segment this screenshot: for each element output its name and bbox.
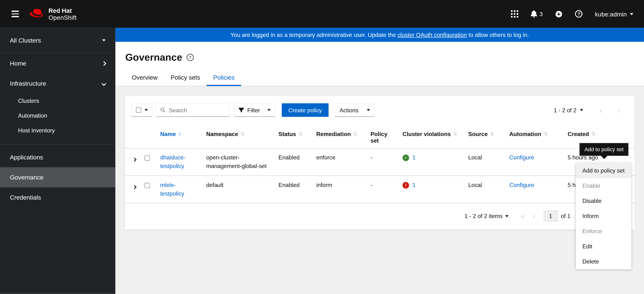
- sidebar-item-clusters[interactable]: Clusters: [0, 94, 116, 108]
- sort-icon: ⇅: [298, 131, 303, 137]
- policy-name-link[interactable]: dhaiduce-testpolicy: [160, 154, 186, 169]
- column-header-created[interactable]: Created ⇅: [561, 127, 635, 142]
- sidebar-item-home[interactable]: Home: [0, 53, 116, 73]
- sidebar-item-infrastructure[interactable]: Infrastructure: [0, 73, 116, 94]
- sidebar-item-applications[interactable]: Applications: [0, 147, 116, 167]
- status-cell: Enabled: [278, 148, 316, 167]
- tab-policies[interactable]: Policies: [207, 70, 241, 86]
- compliant-check-icon: ✓: [402, 154, 409, 161]
- user-menu-button[interactable]: kube:admin: [595, 10, 634, 17]
- sidebar-item-label: Credentials: [10, 194, 41, 201]
- violations-count-link[interactable]: 1: [412, 181, 416, 189]
- sidebar-item-credentials[interactable]: Credentials: [0, 187, 116, 207]
- caret-down-icon[interactable]: [580, 109, 583, 111]
- status-cell: Enabled: [278, 176, 316, 194]
- caret-down-icon: [630, 13, 634, 15]
- menu-item-edit[interactable]: Edit: [576, 239, 631, 254]
- redhat-openshift-logo[interactable]: Red Hat OpenShift: [30, 7, 77, 21]
- search-input[interactable]: [169, 107, 226, 113]
- username: kube:admin: [595, 10, 627, 17]
- page-number-input[interactable]: [544, 211, 558, 221]
- add-button[interactable]: [555, 10, 563, 18]
- caret-down-icon: [102, 39, 106, 41]
- column-header-cluster-violations[interactable]: Cluster violations ⇅: [402, 127, 468, 142]
- oauth-config-link[interactable]: cluster OAuth configuration: [398, 32, 467, 38]
- configure-automation-link[interactable]: Configure: [509, 181, 534, 188]
- menu-item-enforce: Enforce: [576, 224, 631, 239]
- expand-row-chevron-icon[interactable]: [132, 185, 136, 189]
- first-page-icon[interactable]: «: [521, 212, 525, 220]
- column-header-namespace[interactable]: Namespace ⇅: [206, 127, 278, 142]
- column-header-status[interactable]: Status ⇅: [278, 127, 316, 142]
- sort-icon: ⇅: [490, 131, 494, 137]
- sidebar-item-governance[interactable]: Governance: [0, 167, 116, 187]
- row-checkbox[interactable]: [144, 155, 150, 161]
- menu-item-inform[interactable]: Inform: [576, 209, 631, 224]
- app-launcher-button[interactable]: [511, 10, 518, 17]
- page-help-icon[interactable]: ?: [186, 54, 194, 61]
- tab-bar: Overview Policy sets Policies: [116, 70, 644, 86]
- filter-label: Filter: [247, 107, 260, 113]
- page-title: Governance: [125, 52, 182, 63]
- sort-icon: ⇅: [353, 131, 358, 137]
- row-checkbox[interactable]: [144, 183, 150, 188]
- column-header-policy-set[interactable]: Policy set: [370, 127, 402, 148]
- bulk-select-checkbox[interactable]: [136, 107, 141, 113]
- table-toolbar: Filter Create policy Actions 1 - 2 of 2: [125, 96, 634, 117]
- column-header-automation[interactable]: Automation ⇅: [509, 127, 561, 142]
- bulk-select-dropdown[interactable]: [131, 103, 152, 117]
- violations-count-link[interactable]: 1: [412, 153, 416, 162]
- grid-icon: [511, 10, 518, 17]
- column-header-source[interactable]: Source ⇅: [468, 127, 509, 142]
- sidebar-item-host-inventory[interactable]: Host inventory: [0, 123, 116, 138]
- tab-overview[interactable]: Overview: [125, 70, 164, 86]
- sort-icon: ⇅: [453, 131, 458, 137]
- table-row: mlele-testpolicy default Enabled inform …: [125, 176, 634, 203]
- brand-line2: OpenShift: [48, 14, 77, 21]
- sidebar: All Clusters Home Infrastructure Cluster…: [0, 28, 116, 294]
- main-content: You are logged in as a temporary adminis…: [116, 28, 644, 294]
- policies-card: Filter Create policy Actions 1 - 2 of 2: [125, 96, 634, 230]
- policy-name-link[interactable]: mlele-testpolicy: [160, 181, 184, 197]
- pagination-top: 1 - 2 of 2 ‹ ›: [554, 106, 628, 114]
- next-page-icon[interactable]: ›: [617, 106, 620, 114]
- prev-page-icon[interactable]: ‹: [533, 212, 535, 220]
- column-header-remediation[interactable]: Remediation ⇅: [316, 127, 370, 142]
- nav-toggle-button[interactable]: [10, 9, 20, 19]
- tab-policy-sets[interactable]: Policy sets: [164, 70, 207, 86]
- configure-automation-link[interactable]: Configure: [509, 154, 534, 161]
- sort-icon: ⇅: [240, 131, 245, 137]
- checkbox-column-header: [144, 127, 160, 135]
- namespace-cell: default: [206, 176, 278, 194]
- menu-item-add-to-policy-set[interactable]: Add to policy set: [576, 163, 631, 178]
- remediation-cell: enforce: [316, 148, 370, 167]
- cluster-selector[interactable]: All Clusters: [0, 28, 116, 53]
- menu-item-delete[interactable]: Delete: [576, 254, 631, 269]
- filter-dropdown[interactable]: Filter: [234, 103, 275, 117]
- expand-row-chevron-icon[interactable]: [132, 157, 136, 162]
- banner-text-before: You are logged in as a temporary adminis…: [230, 32, 398, 38]
- filter-icon: [238, 107, 244, 113]
- menu-item-disable[interactable]: Disable: [576, 194, 631, 209]
- caret-down-icon[interactable]: [505, 215, 508, 217]
- search-box[interactable]: [156, 103, 230, 117]
- source-cell: Local: [468, 148, 509, 167]
- notification-count: 3: [540, 10, 543, 17]
- policy-set-cell: -: [370, 148, 402, 167]
- prev-page-icon[interactable]: ‹: [600, 106, 602, 114]
- bell-icon: [530, 10, 537, 17]
- banner-text-after: to allow others to log in.: [467, 32, 529, 38]
- column-header-name[interactable]: Name ↑: [160, 127, 206, 142]
- create-policy-button[interactable]: Create policy: [282, 103, 328, 117]
- search-icon: [160, 107, 166, 113]
- notifications-button[interactable]: 3: [530, 10, 543, 17]
- actions-dropdown[interactable]: Actions: [335, 103, 374, 117]
- sidebar-item-label: Applications: [10, 154, 43, 161]
- row-actions-menu: Add to policy set Enable Disable Inform …: [576, 163, 631, 269]
- sidebar-item-automation[interactable]: Automation: [0, 108, 116, 123]
- help-button[interactable]: ?: [575, 10, 582, 17]
- caret-down-icon: [367, 109, 370, 111]
- page-of-label: of 1: [561, 213, 570, 219]
- policy-set-cell: -: [370, 176, 402, 194]
- sidebar-item-label: Governance: [10, 174, 43, 181]
